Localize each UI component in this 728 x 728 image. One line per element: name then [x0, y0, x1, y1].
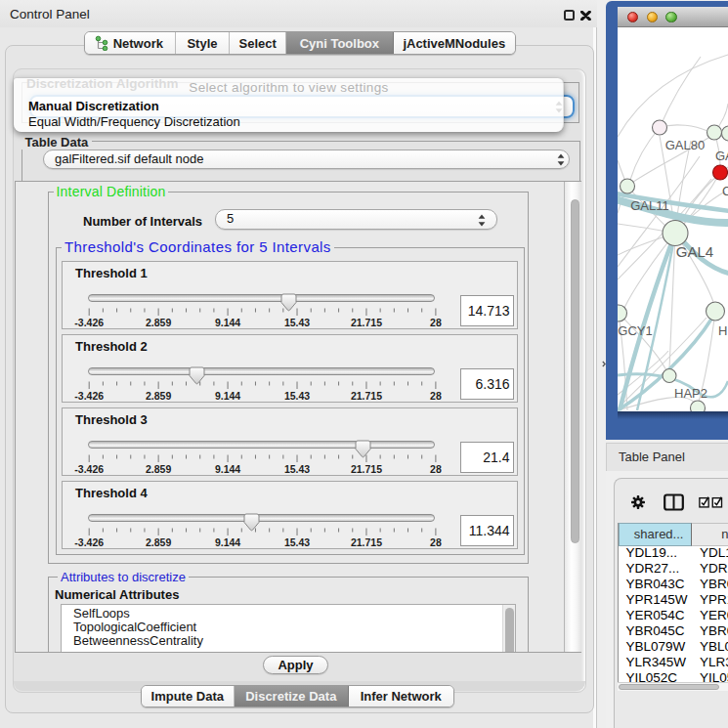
popup-item-equal-width[interactable]: Equal Width/Frequency Discretization: [16, 114, 240, 129]
threshold-value-field[interactable]: 6.316: [460, 368, 514, 400]
tick-label: 9.144: [215, 463, 240, 475]
column-header-name[interactable]: na: [692, 523, 728, 546]
table-row[interactable]: YBR045C YBR045C: [619, 623, 728, 639]
threshold-value-field[interactable]: 11.344: [460, 515, 514, 546]
tab-impute-data[interactable]: Impute Data: [142, 686, 236, 707]
splitter-handle[interactable]: [602, 361, 606, 367]
tick-label: 21.715: [351, 463, 382, 475]
threshold-label: Threshold 4: [75, 486, 148, 500]
table-panel-title: Table Panel: [619, 450, 685, 464]
cell-name: YBR043C: [700, 577, 728, 591]
combo-arrows-icon: [478, 214, 486, 227]
table-row[interactable]: YLR345W YLR345W: [619, 655, 728, 670]
zoom-traffic-light[interactable]: [665, 12, 677, 23]
numerical-attributes-label: Numerical Attributes: [55, 587, 179, 602]
tick-label: -3.426: [74, 463, 104, 475]
tick-label: 9.144: [215, 390, 240, 402]
table-row[interactable]: YBL079W YBL079W: [619, 639, 728, 655]
table-data-label: Table Data: [21, 135, 93, 150]
control-panel-tabs: Network Style Select Cyni Toolbox jActiv…: [84, 31, 516, 55]
table-row[interactable]: YDR27... YDR27...: [619, 561, 728, 577]
tab-network[interactable]: Network: [85, 32, 176, 54]
label-partial-top: GA: [715, 149, 728, 163]
threshold-coordinates-label: Threshold's Coordinates for 5 Intervals: [62, 238, 334, 255]
tick-label: 15.43: [284, 317, 310, 328]
popup-item-manual-discretization[interactable]: Manual Discretization: [16, 99, 159, 113]
apply-button[interactable]: Apply: [263, 656, 328, 674]
cell-name: YIL052C: [700, 670, 728, 682]
combo-arrows-icon: [557, 153, 565, 166]
threshold-1-panel: Threshold 1 -3.4262.8599.14415.4321.7152…: [62, 261, 518, 329]
table-row[interactable]: YER054C YER054C: [619, 608, 728, 623]
network-view-window: GAL80 GA GAL11 C GAL4 GCY1 H HAP2: [606, 1, 728, 440]
label-hap2: HAP2: [674, 386, 707, 401]
table-row[interactable]: YPR145W YPR145W: [619, 592, 728, 608]
settings-scroll-viewport: Interval Definition Number of Intervals …: [15, 181, 581, 653]
panel-scrollbar-thumb[interactable]: [571, 199, 580, 543]
numerical-attributes-list[interactable]: SelfLoops TopologicalCoefficient Between…: [61, 604, 516, 653]
node-gcy1: [618, 305, 627, 321]
tab-jactivemnodules[interactable]: jActiveMNodules: [394, 32, 515, 54]
cell-shared-name: YLR345W: [626, 655, 687, 669]
cell-shared-name: YPR145W: [626, 592, 688, 607]
node-h: [707, 302, 725, 321]
number-of-intervals-combobox[interactable]: 5: [215, 209, 497, 230]
label-partial-h: H: [718, 323, 727, 338]
tick-label: 28: [430, 536, 442, 548]
network-canvas[interactable]: GAL80 GA GAL11 C GAL4 GCY1 H HAP2: [618, 27, 728, 411]
list-scrollbar[interactable]: [502, 605, 515, 653]
tab-cyni-toolbox[interactable]: Cyni Toolbox: [286, 32, 394, 54]
list-item[interactable]: TopologicalCoefficient: [73, 620, 196, 634]
tick-label: 15.43: [284, 390, 310, 402]
cell-shared-name: YBR045C: [626, 623, 685, 638]
node-right-edge: [722, 126, 728, 141]
close-traffic-light[interactable]: [627, 12, 639, 23]
table-hscrollbar[interactable]: [618, 682, 728, 691]
slider-ticks: [88, 528, 442, 536]
tab-style[interactable]: Style: [176, 32, 231, 54]
cell-name: YBR045C: [700, 623, 728, 638]
cell-shared-name: YDR27...: [626, 561, 680, 576]
tick-label: 2.859: [146, 536, 171, 548]
list-item[interactable]: BetweennessCentrality: [73, 633, 203, 648]
threshold-slider-track[interactable]: [88, 294, 435, 302]
list-scrollbar-thumb[interactable]: [505, 608, 514, 654]
table-row[interactable]: YDL19... YDL19...: [619, 545, 728, 561]
threshold-value-field[interactable]: 21.4: [460, 442, 514, 473]
table-data-combobox[interactable]: galFiltered.sif default node: [43, 150, 570, 170]
threshold-slider-track[interactable]: [88, 514, 435, 522]
cell-name: YDL19...: [700, 545, 728, 560]
table-row[interactable]: YBR043C YBR043C: [619, 577, 728, 592]
cell-shared-name: YBL079W: [626, 639, 686, 654]
tick-label: 21.715: [351, 317, 382, 328]
table-row[interactable]: YIL052C YIL052C: [619, 670, 728, 682]
tab-infer-network[interactable]: Infer Network: [349, 686, 453, 707]
attributes-group-label: Attributes to discretize: [58, 570, 189, 584]
cell-name: YPR145W: [700, 592, 728, 607]
threshold-value-field[interactable]: 14.713: [460, 295, 514, 326]
tab-select[interactable]: Select: [230, 32, 286, 54]
slider-tick-labels: -3.4262.8599.14415.4321.71528: [63, 463, 519, 475]
threshold-label: Threshold 3: [75, 412, 148, 427]
tick-label: -3.426: [74, 536, 104, 548]
node-gal4: [663, 220, 688, 245]
control-panel-window: Control Panel Network Style Select Cyni …: [0, 0, 597, 728]
bottom-tabs: Impute Data Discretize Data Infer Networ…: [141, 685, 455, 707]
list-item[interactable]: SelfLoops: [73, 606, 130, 621]
gear-icon[interactable]: [631, 495, 645, 509]
column-layout-icon[interactable]: [664, 493, 684, 511]
number-of-intervals-label: Number of Intervals: [83, 214, 202, 229]
tick-label: 9.144: [215, 317, 240, 328]
slider-ticks: [88, 381, 442, 390]
checkboxes-icon[interactable]: [699, 496, 726, 508]
float-window-icon[interactable]: [564, 10, 575, 21]
minimize-traffic-light[interactable]: [647, 12, 659, 23]
tab-discretize-data[interactable]: Discretize Data: [235, 686, 348, 707]
threshold-slider-track[interactable]: [88, 441, 435, 449]
column-header-shared-name[interactable]: shared...: [619, 523, 692, 546]
close-icon[interactable]: [580, 11, 591, 21]
cell-shared-name: YER054C: [626, 608, 685, 622]
cell-name: YER054C: [700, 608, 728, 622]
table-hscrollbar-thumb[interactable]: [619, 684, 719, 690]
threshold-slider-track[interactable]: [88, 367, 435, 375]
